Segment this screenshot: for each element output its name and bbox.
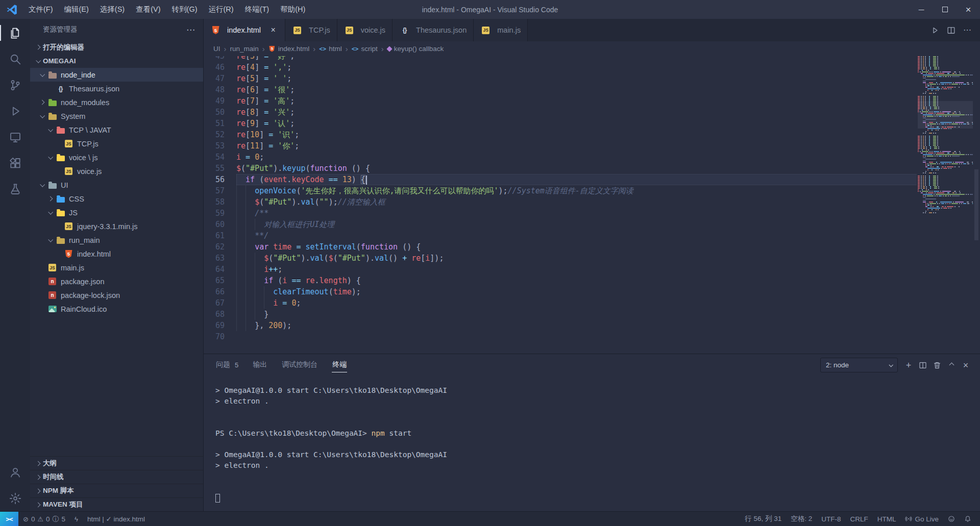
panel-tab[interactable]: 输出 (252, 354, 267, 376)
tree-folder-voice \ js[interactable]: voice \ js (30, 151, 203, 164)
tree-file-index.html[interactable]: 5index.html (30, 247, 203, 261)
tab-main.js[interactable]: JSmain.js (474, 19, 528, 41)
activity-extensions-button[interactable] (0, 150, 30, 176)
activity-search-button[interactable] (0, 46, 30, 72)
code-line-46[interactable]: 46re[4] = ','; (204, 62, 917, 73)
sidebar-section[interactable]: 大纲 (30, 456, 203, 470)
minimap[interactable] (918, 56, 973, 354)
new-terminal-button[interactable]: + (901, 358, 916, 372)
code-line-64[interactable]: 64 i++; (204, 264, 917, 275)
tree-file-TCP.js[interactable]: JSTCP.js (30, 137, 203, 151)
code-line-67[interactable]: 67 i = 0; (204, 297, 917, 309)
code-line-50[interactable]: 50re[8] = '兴'; (204, 107, 917, 118)
tab-TCP.js[interactable]: JSTCP.js (285, 19, 337, 41)
status-feedback[interactable] (943, 512, 960, 526)
breadcrumb-item[interactable]: <>script (352, 45, 378, 53)
open-editors-section[interactable]: 打开的编辑器 (30, 40, 203, 54)
panel-tab[interactable]: 问题5 (215, 354, 238, 376)
terminal-picker[interactable]: 2: node (820, 358, 898, 372)
more-button[interactable]: ⋯ (960, 22, 975, 38)
menu-item[interactable]: 文件(F) (23, 0, 59, 19)
code-line-51[interactable]: 51re[9] = '认'; (204, 118, 917, 129)
code-line-66[interactable]: 66 clearTimeout(time); (204, 286, 917, 297)
editor[interactable]: 45re[3] = '好';46re[4] = ',';47re[5] = ' … (204, 56, 980, 354)
tree-folder-UI[interactable]: UI (30, 178, 203, 192)
tree-file-main.js[interactable]: JSmain.js (30, 261, 203, 274)
breadcrumb-item[interactable]: keyup() callback (387, 45, 444, 53)
maximize-button[interactable] (933, 0, 957, 19)
status-cursor-position[interactable]: 行 56, 列 31 (740, 512, 786, 526)
status-eol[interactable]: CRLF (845, 512, 872, 526)
activity-run-debug-button[interactable] (0, 98, 30, 124)
breadcrumb-item[interactable]: <>html (319, 45, 341, 53)
tree-file-package-lock.json[interactable]: npackage-lock.json (30, 288, 203, 302)
maximize-panel-button[interactable] (944, 358, 959, 372)
tab-index.html[interactable]: 5index.html× (204, 19, 285, 41)
menu-item[interactable]: 转到(G) (166, 0, 203, 19)
code-line-59[interactable]: 59 /** (204, 208, 917, 219)
sidebar-section[interactable]: NPM 脚本 (30, 484, 203, 497)
tree-file-jquery-3.3.1.min.js[interactable]: JSjquery-3.3.1.min.js (30, 219, 203, 233)
activity-source-control-button[interactable] (0, 72, 30, 98)
status-indentation[interactable]: 空格: 2 (786, 512, 817, 526)
code-line-57[interactable]: 57 openVoice('先生你好，很高兴认识你,请问我又什么可以帮助你的吗'… (204, 185, 917, 196)
tree-folder-System[interactable]: System (30, 109, 203, 123)
tree-folder-TCP \ JAVAT[interactable]: TCP \ JAVAT (30, 123, 203, 137)
code-line-48[interactable]: 48re[6] = '很'; (204, 84, 917, 95)
code-line-65[interactable]: 65 if (i == re.length) { (204, 275, 917, 286)
tab-Thesaurus.json[interactable]: {}Thesaurus.json (393, 19, 474, 41)
status-lightning[interactable]: ϟ (70, 512, 83, 526)
sidebar-section[interactable]: MAVEN 项目 (30, 497, 203, 511)
sidebar-more-actions-button[interactable]: ⋯ (186, 24, 195, 35)
close-panel-button[interactable]: × (959, 358, 973, 372)
kill-terminal-button[interactable] (930, 358, 944, 372)
tree-file-voice.js[interactable]: JSvoice.js (30, 164, 203, 178)
status-notifications[interactable] (960, 512, 976, 526)
code-line-70[interactable]: 70 (204, 331, 917, 342)
remote-indicator[interactable]: >< (0, 512, 18, 526)
tree-file-package.json[interactable]: npackage.json (30, 274, 203, 288)
scrollbar-thumb[interactable] (974, 169, 978, 241)
split-editor-button[interactable] (943, 22, 959, 38)
terminal-output[interactable]: > OmegaAI@1.0.0 start C:\Users\tko18\Des… (204, 376, 980, 511)
code-line-63[interactable]: 63 $("#Put").val($("#Put").val() + re[i]… (204, 253, 917, 264)
code-line-45[interactable]: 45re[3] = '好'; (204, 56, 917, 62)
code-line-69[interactable]: 69 }, 200); (204, 320, 917, 331)
menu-item[interactable]: 终端(T) (239, 0, 275, 19)
split-terminal-button[interactable] (916, 358, 930, 372)
run-button[interactable] (927, 22, 942, 38)
close-tab-icon[interactable]: × (268, 25, 278, 35)
minimize-button[interactable]: ─ (910, 0, 933, 19)
status-problems[interactable]: ⊘0⚠0ⓘ5 (18, 512, 70, 526)
menu-item[interactable]: 编辑(E) (59, 0, 94, 19)
editor-scrollbar[interactable] (973, 56, 980, 354)
tree-folder-node_modules[interactable]: node_modules (30, 95, 203, 109)
breadcrumb-item[interactable]: 5index.html (268, 45, 310, 53)
menu-item[interactable]: 帮助(H) (275, 0, 311, 19)
breadcrumb-item[interactable]: UI (213, 45, 220, 53)
code-line-68[interactable]: 68 } (204, 309, 917, 320)
panel-tab[interactable]: 终端 (332, 354, 347, 376)
tree-folder-run_main[interactable]: run_main (30, 233, 203, 247)
code-line-60[interactable]: 60 对输入框进行UI处理 (204, 219, 917, 230)
breadcrumb-item[interactable]: run_main (230, 45, 259, 53)
menu-item[interactable]: 查看(V) (130, 0, 166, 19)
code-line-49[interactable]: 49re[7] = '高'; (204, 95, 917, 107)
project-section[interactable]: OMEGAAI (30, 54, 203, 68)
status-go-live[interactable]: Go Live (900, 512, 943, 526)
status-file-check[interactable]: html | ✓ index.html (83, 512, 150, 526)
tree-folder-node_inde[interactable]: node_inde (30, 68, 203, 82)
status-encoding[interactable]: UTF-8 (817, 512, 845, 526)
tree-file-Thesaurus.json[interactable]: {}Thesaurus.json (30, 82, 203, 95)
activity-account-button[interactable] (0, 459, 30, 485)
activity-explorer-button[interactable] (0, 20, 30, 46)
sidebar-section[interactable]: 时间线 (30, 470, 203, 484)
tab-voice.js[interactable]: JSvoice.js (337, 19, 393, 41)
close-button[interactable]: × (957, 0, 980, 19)
menu-item[interactable]: 选择(S) (94, 0, 130, 19)
code-line-62[interactable]: 62 var time = setInterval(function () { (204, 241, 917, 253)
code-line-54[interactable]: 54i = 0; (204, 152, 917, 163)
code-line-55[interactable]: 55$("#Put").keyup(function () { (204, 163, 917, 174)
tree-file-RainCloud.ico[interactable]: RainCloud.ico (30, 302, 203, 316)
code-line-56[interactable]: 56 if (event.keyCode == 13) { (204, 174, 917, 185)
